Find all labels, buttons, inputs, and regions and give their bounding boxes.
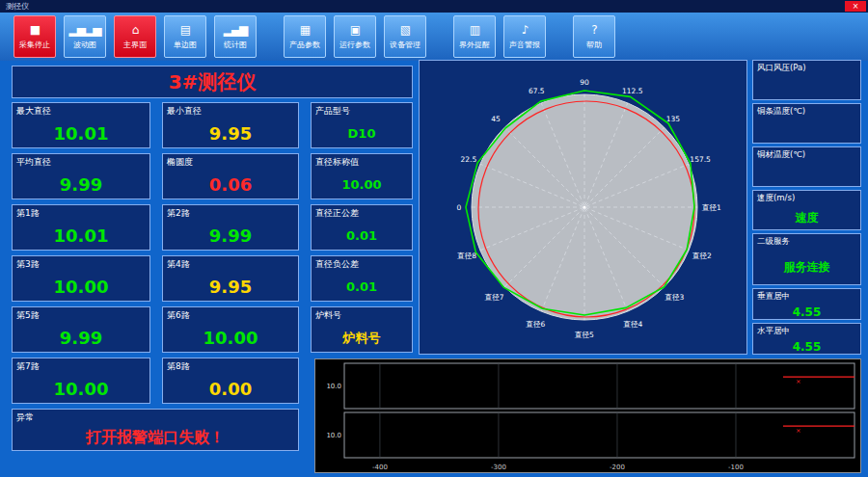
trend-chart: 10.0×10.0×-400-300-200-100: [315, 359, 860, 472]
status-value: 4.55: [753, 339, 860, 354]
chart-label: 10.0: [326, 432, 341, 439]
status-label: 二级服务: [753, 234, 860, 250]
chart-label: ×: [796, 427, 800, 435]
status-value: 速度: [753, 206, 860, 229]
status-label: 速度(m/s): [753, 191, 860, 206]
chart-label: -100: [728, 464, 744, 471]
chart-label: -300: [491, 464, 506, 471]
chart-label: -400: [372, 464, 388, 471]
status-box-垂直居中: 垂直居中4.55: [752, 288, 861, 320]
status-label: 铜材温度(℃): [753, 147, 860, 163]
chart-label: -200: [610, 464, 625, 471]
status-label: 垂直居中: [753, 289, 860, 305]
status-label: 水平居中: [753, 324, 860, 339]
chart-label: 10.0: [326, 383, 341, 390]
status-value: 4.55: [753, 305, 860, 319]
chart-label: ×: [796, 378, 800, 385]
status-value: [753, 76, 860, 99]
status-value: [753, 119, 860, 143]
app-window: 测径仪 × ■采集停止▂▅▂▅波动图⌂主界面▤单边图▂▄▆统计图▦产品参数▣运行…: [0, 0, 868, 477]
status-value: 服务连接: [753, 250, 860, 284]
trend-chart-panel: 10.0×10.0×-400-300-200-100: [314, 358, 861, 473]
status-box-水平居中: 水平居中4.55: [752, 323, 861, 355]
status-box-铜材温度(℃): 铜材温度(℃): [752, 146, 861, 187]
status-label: 铜条温度(℃): [753, 104, 860, 119]
status-label: 风口风压(Pa): [753, 61, 860, 76]
status-box-铜条温度(℃): 铜条温度(℃): [752, 103, 861, 144]
status-box-速度(m/s): 速度(m/s)速度: [752, 190, 861, 230]
status-box-风口风压(Pa): 风口风压(Pa): [752, 60, 861, 100]
status-value: [753, 163, 860, 186]
status-box-二级服务: 二级服务服务连接: [752, 233, 861, 285]
